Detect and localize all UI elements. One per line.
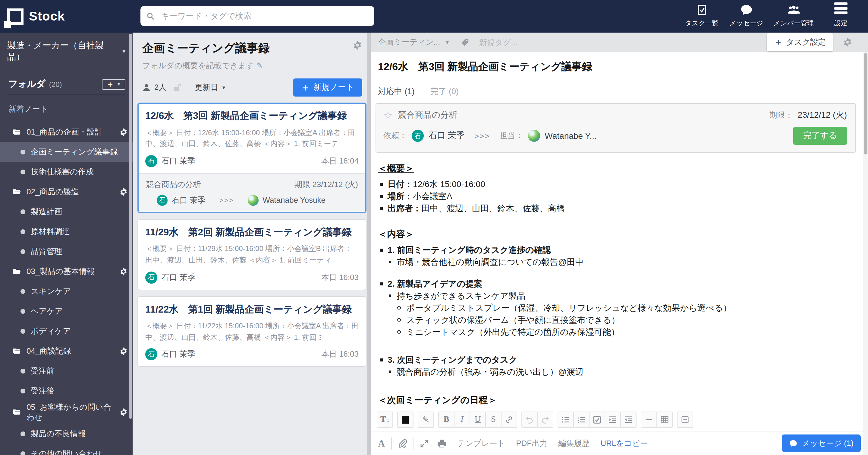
- task-settings-button[interactable]: ＋タスク設定: [767, 33, 833, 51]
- gear-icon[interactable]: [116, 267, 128, 276]
- numbered-list-button[interactable]: [573, 411, 590, 428]
- message-button[interactable]: メッセージ (1): [782, 434, 861, 452]
- text-color-button[interactable]: [397, 411, 413, 428]
- gear-icon[interactable]: [116, 188, 128, 196]
- sidebar-note-juchu-mae[interactable]: 受注前: [0, 361, 133, 381]
- print-button[interactable]: [437, 438, 446, 448]
- new-tag-input[interactable]: [478, 37, 559, 47]
- nav-members[interactable]: メンバー管理: [773, 2, 814, 28]
- nav-task-list[interactable]: タスク一覧: [684, 2, 719, 28]
- note-list-scrollbar[interactable]: [367, 33, 371, 455]
- bullet-list-button[interactable]: [558, 411, 574, 428]
- task-assignee: Watanabe Yosuke: [262, 196, 326, 205]
- note-list-panel: 企画ミーティング議事録 フォルダの概要を記載できます✎ 2人 更新日▼ ＋新規ノ…: [133, 33, 371, 455]
- folder-description[interactable]: フォルダの概要を記載できます✎: [142, 60, 362, 71]
- sidebar-note-skincare[interactable]: スキンケア: [0, 281, 133, 301]
- underline-button[interactable]: U: [470, 411, 486, 428]
- nav-messages[interactable]: メッセージ: [729, 2, 764, 28]
- sidebar-note-sonota[interactable]: その他の問い合わせ: [0, 444, 133, 455]
- avatar: 石: [145, 348, 157, 361]
- sidebar-note-bodycare[interactable]: ボディケア: [0, 321, 133, 341]
- fullscreen-button[interactable]: [420, 439, 428, 448]
- nav-settings[interactable]: 設定: [824, 2, 858, 28]
- template-link[interactable]: テンプレート: [457, 438, 505, 449]
- sidebar-folder-05[interactable]: 05_お客様からの問い合わせ: [0, 401, 133, 424]
- scrollbar-thumb[interactable]: [864, 53, 867, 154]
- redo-button[interactable]: [537, 411, 553, 428]
- sidebar-note-juchu-go[interactable]: 受注後: [0, 381, 133, 401]
- gear-icon[interactable]: [352, 40, 362, 50]
- bullet-icon: [21, 309, 25, 313]
- horizontal-rule-button[interactable]: [641, 411, 657, 428]
- folder-tree: 01_商品の企画・設計 企画ミーティング議事録 技術仕様書の作成 02_商品の製…: [0, 122, 133, 455]
- sidebar-scrollbar[interactable]: [129, 34, 132, 419]
- sidebar-item-label: スキンケア: [31, 286, 71, 296]
- members-count-icon[interactable]: [142, 83, 151, 92]
- note-card-1[interactable]: 12/6水 第3回 新製品企画ミーティング議事録 ＜概要＞ 日付：12/6水 1…: [137, 103, 367, 213]
- workspace-selector[interactable]: 製造・メーカー（自社製品） ▼: [0, 33, 133, 63]
- edit-history-link[interactable]: 編集履歴: [558, 438, 590, 449]
- sidebar-item-label: 原材料調達: [31, 226, 70, 236]
- link-button[interactable]: [501, 411, 517, 428]
- note-card-title: 12/6水 第3回 新製品企画ミーティング議事録: [145, 109, 359, 122]
- folders-label: フォルダ: [8, 79, 45, 90]
- sidebar-note-haircare[interactable]: ヘアケア: [0, 301, 133, 321]
- note-card-2[interactable]: 11/29水 第2回 新製品企画ミーティング議事録 ＜概要＞ 日付：11/29水…: [137, 219, 367, 290]
- new-note-button[interactable]: ＋新規ノート: [293, 79, 362, 96]
- nav-label: 設定: [834, 19, 847, 28]
- gear-icon[interactable]: [116, 408, 128, 416]
- global-search[interactable]: [141, 6, 374, 26]
- sidebar-folder-03[interactable]: 03_製品の基本情報: [0, 261, 133, 281]
- sidebar-note-seizou-keikaku[interactable]: 製造計画: [0, 202, 133, 222]
- sidebar-item-new-notes[interactable]: 新着ノート: [0, 95, 133, 116]
- sidebar-folder-02[interactable]: 02_商品の製造: [0, 182, 133, 202]
- folder-breadcrumb[interactable]: 企画ミーティン... ▼: [378, 37, 450, 48]
- sidebar-note-genzairyo[interactable]: 原材料調達: [0, 222, 133, 241]
- members-count: 2人: [154, 82, 166, 93]
- note-card-task[interactable]: 競合商品の分析 期限 23/12/12 (火) 石 石口 茉季 >>> Wata…: [138, 173, 365, 212]
- complete-task-button[interactable]: 完了する: [794, 127, 847, 145]
- window-scrollbar[interactable]: [863, 52, 868, 455]
- bullet-icon: [21, 249, 25, 254]
- checkbox-list-button[interactable]: [589, 411, 605, 428]
- gear-icon[interactable]: [843, 37, 852, 47]
- outdent-button[interactable]: [620, 411, 637, 428]
- tab-in-progress[interactable]: 対応中 (1): [378, 86, 415, 97]
- folder-open-icon: [12, 267, 22, 276]
- sidebar-folder-04[interactable]: 04_商談記録: [0, 341, 133, 361]
- gear-icon[interactable]: [116, 127, 128, 136]
- sort-dropdown[interactable]: 更新日▼: [195, 82, 226, 93]
- sidebar-note-hinshitsu[interactable]: 品質管理: [0, 241, 133, 261]
- bullet-icon: [21, 368, 25, 373]
- font-button[interactable]: A: [378, 438, 385, 449]
- highlighter-button[interactable]: ✎: [418, 411, 434, 428]
- undo-button[interactable]: [521, 411, 538, 428]
- text-size-button[interactable]: T↕: [377, 411, 393, 428]
- note-card-3[interactable]: 11/22水 第1回 新製品企画ミーティング議事録 ＜概要＞ 日付：11/22水…: [137, 296, 367, 367]
- sidebar-note-tech-spec[interactable]: 技術仕様書の作成: [0, 162, 133, 182]
- copy-url-link[interactable]: URLをコピー: [600, 438, 648, 449]
- search-input[interactable]: [160, 11, 368, 21]
- star-icon[interactable]: ☆: [383, 110, 393, 120]
- add-folder-button[interactable]: ＋▼: [102, 79, 125, 90]
- lock-open-icon[interactable]: [173, 83, 183, 92]
- indent-button[interactable]: [604, 411, 621, 428]
- sidebar-item-label: 製造計画: [31, 206, 62, 217]
- sidebar-folder-01[interactable]: 01_商品の企画・設計: [0, 122, 133, 142]
- gear-icon[interactable]: [116, 347, 128, 355]
- attachment-button[interactable]: [398, 438, 407, 448]
- tab-done[interactable]: 完了 (0): [430, 86, 459, 97]
- table-remove-button[interactable]: [677, 411, 693, 428]
- note-body-editor[interactable]: ＜概要＞ 日付：12/6水 15:00-16:00 場所：小会議室A 出席者：田…: [371, 153, 868, 422]
- app-logo[interactable]: Stock: [0, 8, 128, 24]
- task-card[interactable]: ☆ 競合商品の分析 期限： 23/12/12 (火) 依頼： 石 石口 茉季 >…: [375, 103, 856, 153]
- italic-button[interactable]: I: [454, 411, 470, 428]
- table-button[interactable]: [656, 411, 673, 428]
- pdf-export-link[interactable]: PDF出力: [516, 438, 547, 449]
- bold-button[interactable]: B: [438, 411, 455, 428]
- sidebar-item-label: ヘアケア: [31, 306, 63, 316]
- strikethrough-button[interactable]: S: [485, 411, 501, 428]
- settings-menu-icon: [834, 2, 847, 17]
- sidebar-note-furyo-joho[interactable]: 製品の不良情報: [0, 424, 133, 444]
- sidebar-note-kikaku-minutes[interactable]: 企画ミーティング議事録: [0, 142, 133, 162]
